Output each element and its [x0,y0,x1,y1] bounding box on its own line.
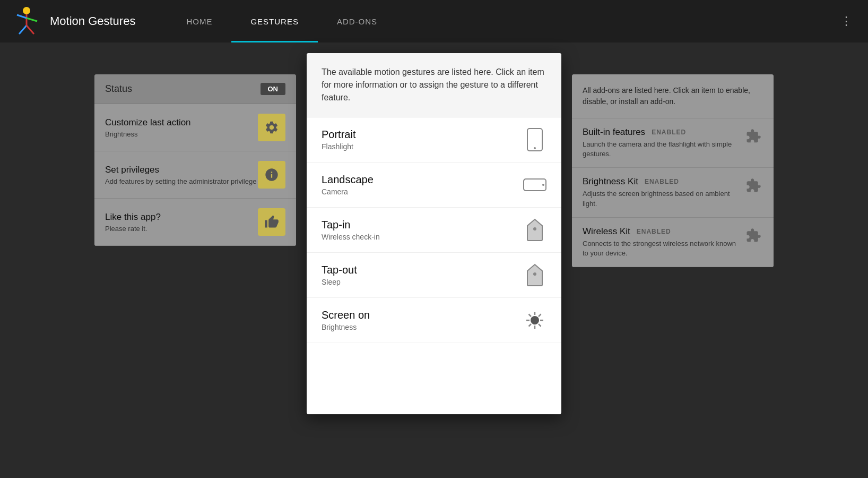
tapout-icon [523,263,546,287]
svg-line-4 [19,25,27,34]
customize-last-action-item[interactable]: Customize last action Brightness [94,104,296,151]
puzzle-icon-3 [745,228,761,244]
gesture-list: Portrait Flashlight Landscape Camera [307,117,561,343]
svg-line-19 [539,314,541,317]
tag-out-icon [525,263,544,287]
wireless-status: ENABLED [637,228,671,235]
svg-line-5 [27,25,34,34]
center-panel: The available motion gestures are listed… [307,53,561,414]
right-panel: All add-ons are listed here. Click an it… [572,74,774,267]
portrait-feature: Flashlight [322,142,355,151]
puzzle-icon-2 [745,178,761,194]
builtin-name: Built-in features [583,127,645,138]
svg-line-17 [529,314,532,317]
svg-line-20 [529,324,532,327]
customize-icon [258,114,285,141]
brightness-name: Brightness Kit [583,176,638,187]
center-info-text: The available motion gestures are listed… [322,66,546,104]
app-title: Motion Gestures [50,14,135,28]
set-privileges-item[interactable]: Set privileges Add features by setting t… [94,151,296,199]
right-info: All add-ons are listed here. Click an it… [572,74,774,118]
brightness-addon-icon [744,176,763,195]
brightness-desc: Adjusts the screen brightness based on a… [583,189,739,208]
phone-landscape-icon [523,177,546,193]
gesture-screen-on[interactable]: Screen on Brightness [307,298,561,343]
like-app-item[interactable]: Like this app? Please rate it. [94,199,296,246]
puzzle-icon [745,129,761,144]
brightness-status: ENABLED [645,178,679,185]
tag-in-icon [525,218,544,242]
center-info: The available motion gestures are listed… [307,53,561,117]
addon-builtin[interactable]: Built-in features ENABLED Launch the cam… [572,118,774,168]
svg-point-7 [534,147,536,149]
tapout-name: Tap-out [322,264,357,276]
tapin-name: Tap-in [322,219,380,231]
svg-line-2 [17,15,27,18]
gesture-tap-out[interactable]: Tap-out Sleep [307,253,561,298]
privileges-title: Set privileges [105,165,256,175]
gesture-portrait[interactable]: Portrait Flashlight [307,117,561,163]
like-icon [258,208,285,236]
customize-subtitle: Brightness [105,130,191,138]
tapin-icon [523,218,546,242]
svg-point-0 [23,7,30,14]
like-subtitle: Please rate it. [105,225,161,233]
svg-line-18 [539,324,541,327]
screenon-icon [523,309,546,332]
tab-addons[interactable]: ADD-ONS [318,0,396,42]
app-logo-icon [11,5,42,37]
right-info-text: All add-ons are listed here. Click an it… [583,85,763,107]
status-label: Status [105,83,132,95]
more-menu-button[interactable]: ⋮ [835,14,857,28]
privileges-subtitle: Add features by setting the administrato… [105,177,256,185]
phone-portrait-icon [525,128,544,151]
logo-area: Motion Gestures [11,5,135,37]
landscape-feature: Camera [322,187,374,196]
wireless-addon-icon [744,226,763,245]
svg-line-3 [27,18,37,21]
gesture-tap-in[interactable]: Tap-in Wireless check-in [307,208,561,253]
like-title: Like this app? [105,212,161,223]
main-content: Status ON Customize last action Brightne… [0,42,868,478]
svg-point-12 [531,316,539,325]
status-badge: ON [261,83,286,95]
gear-icon [264,120,279,135]
landscape-name: Landscape [322,174,374,186]
addon-wireless[interactable]: Wireless Kit ENABLED Connects to the str… [572,218,774,267]
nav-tabs: HOME GESTURES ADD-ONS [167,0,835,42]
status-bar: Status ON [94,74,296,104]
info-icon [264,167,279,182]
topnav: Motion Gestures HOME GESTURES ADD-ONS ⋮ [0,0,868,42]
builtin-status: ENABLED [652,129,686,136]
privileges-icon [258,161,285,189]
landscape-icon [523,173,546,197]
wireless-name: Wireless Kit [583,226,630,237]
builtin-desc: Launch the camera and the flashlight wit… [583,140,739,159]
sun-icon [524,310,545,331]
tapout-feature: Sleep [322,278,357,286]
addon-brightness[interactable]: Brightness Kit ENABLED Adjusts the scree… [572,168,774,217]
thumbup-icon [264,215,279,229]
screenon-feature: Brightness [322,323,370,331]
gesture-landscape[interactable]: Landscape Camera [307,163,561,208]
svg-point-9 [542,184,544,186]
tab-home[interactable]: HOME [167,0,231,42]
screenon-name: Screen on [322,309,370,321]
left-panel: Status ON Customize last action Brightne… [94,74,296,246]
wireless-desc: Connects to the strongest wireless netwo… [583,239,739,258]
portrait-name: Portrait [322,129,355,141]
customize-title: Customize last action [105,117,191,128]
builtin-addon-icon [744,127,763,146]
tapin-feature: Wireless check-in [322,233,380,241]
svg-point-11 [533,272,536,276]
tab-gestures[interactable]: GESTURES [231,0,318,42]
svg-point-10 [533,227,536,231]
portrait-icon [523,128,546,151]
